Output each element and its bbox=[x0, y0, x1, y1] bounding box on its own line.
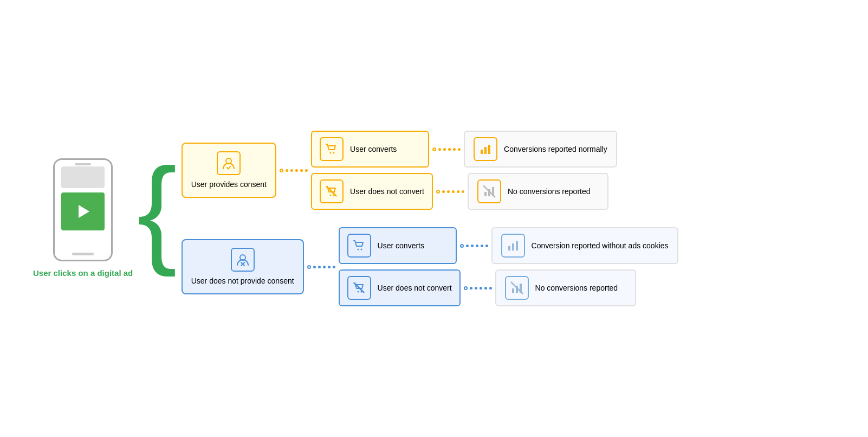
bottom-consent-box: User does not provide consent bbox=[182, 239, 304, 294]
dot bbox=[471, 245, 474, 247]
top-row-2: User does not convert bbox=[311, 173, 617, 210]
dot bbox=[485, 245, 488, 247]
brace-icon: { bbox=[137, 151, 177, 270]
svg-point-17 bbox=[360, 249, 362, 250]
top-consent-box: User provides consent bbox=[182, 143, 276, 198]
dot bbox=[476, 245, 478, 247]
chart-icon bbox=[474, 137, 497, 161]
bottom-result-label-2: No conversions reported bbox=[535, 283, 618, 293]
dot bbox=[452, 190, 455, 193]
top-dots-r2 bbox=[433, 190, 468, 194]
top-result-label-2: No conversions reported bbox=[508, 187, 591, 196]
svg-rect-3 bbox=[481, 150, 483, 154]
flow-container: User provides consent bbox=[182, 131, 835, 306]
dot bbox=[480, 287, 482, 290]
top-action-2: User does not convert bbox=[311, 173, 433, 210]
dot bbox=[475, 287, 477, 290]
cart-x-icon bbox=[320, 179, 344, 203]
dot bbox=[280, 169, 283, 172]
chart-grey-icon bbox=[501, 234, 525, 258]
dot bbox=[460, 244, 464, 248]
top-dots-1 bbox=[276, 169, 311, 172]
dot bbox=[442, 190, 445, 193]
bottom-action-1: User converts bbox=[339, 227, 457, 264]
svg-rect-24 bbox=[512, 288, 514, 293]
dot bbox=[333, 266, 335, 268]
phone-label: User clicks on a digital ad bbox=[33, 268, 133, 279]
dot bbox=[443, 148, 446, 151]
diagram: User clicks on a digital ad { User provi… bbox=[33, 131, 835, 306]
svg-rect-9 bbox=[484, 192, 487, 196]
dot bbox=[436, 190, 440, 194]
svg-rect-20 bbox=[516, 241, 518, 250]
top-result-label-1: Conversions reported normally bbox=[504, 144, 607, 154]
dot bbox=[328, 266, 331, 268]
cart-icon bbox=[320, 137, 344, 161]
dot bbox=[295, 169, 298, 172]
bottom-dots-1 bbox=[304, 265, 339, 269]
dot bbox=[453, 148, 456, 151]
top-result-1: Conversions reported normally bbox=[464, 131, 617, 168]
dot bbox=[307, 265, 311, 269]
top-dots-r1 bbox=[429, 147, 464, 151]
svg-point-2 bbox=[333, 152, 335, 154]
dot bbox=[458, 148, 461, 151]
svg-rect-5 bbox=[488, 145, 490, 154]
dot bbox=[313, 266, 316, 268]
dot bbox=[462, 190, 464, 193]
svg-point-1 bbox=[330, 152, 332, 154]
svg-point-6 bbox=[330, 195, 332, 196]
top-result-2: No conversions reported bbox=[468, 173, 608, 210]
bottom-consent-label: User does not provide consent bbox=[191, 276, 294, 286]
top-action-label-2: User does not convert bbox=[350, 187, 424, 196]
top-row-1: User converts bbox=[311, 131, 617, 168]
phone-graphic bbox=[53, 158, 113, 261]
bottom-dots-r2 bbox=[461, 286, 495, 290]
play-icon bbox=[79, 205, 89, 218]
phone-video bbox=[61, 192, 105, 230]
dot bbox=[318, 266, 321, 268]
svg-rect-18 bbox=[508, 246, 510, 250]
dot bbox=[305, 169, 308, 172]
dot bbox=[300, 169, 303, 172]
svg-point-16 bbox=[357, 249, 359, 250]
bottom-action-2: User does not convert bbox=[339, 269, 461, 306]
dot bbox=[286, 169, 288, 172]
bottom-result-2: No conversions reported bbox=[495, 269, 636, 306]
dot bbox=[489, 287, 492, 290]
bottom-result-1: Conversion reported without ads cookies bbox=[491, 227, 678, 264]
phone-bottom bbox=[72, 253, 94, 255]
bottom-action-label-1: User converts bbox=[378, 241, 448, 250]
dot bbox=[470, 287, 472, 290]
dot bbox=[438, 148, 441, 151]
dot bbox=[464, 286, 468, 290]
bottom-sub-rows: User converts bbox=[339, 227, 678, 306]
cart-x-blue-icon bbox=[347, 276, 371, 300]
bottom-result-label-1: Conversion reported without ads cookies bbox=[532, 241, 669, 250]
chart-x-icon bbox=[477, 179, 501, 203]
dot bbox=[457, 190, 459, 193]
top-sub-rows: User converts bbox=[311, 131, 617, 210]
cart-blue-icon bbox=[347, 234, 371, 258]
svg-rect-19 bbox=[512, 243, 514, 250]
top-action-label-1: User converts bbox=[350, 144, 420, 154]
svg-rect-4 bbox=[484, 147, 487, 154]
top-group: User provides consent bbox=[182, 131, 835, 210]
dot bbox=[484, 287, 487, 290]
dot bbox=[447, 190, 450, 193]
bottom-row-1: User converts bbox=[339, 227, 678, 264]
person-x-icon bbox=[231, 248, 255, 272]
phone-banner bbox=[61, 166, 105, 188]
bottom-row-2: User does not convert bbox=[339, 269, 678, 306]
top-consent-label: User provides consent bbox=[191, 179, 267, 189]
dot bbox=[481, 245, 483, 247]
dot bbox=[323, 266, 326, 268]
top-action-1: User converts bbox=[311, 131, 429, 168]
bottom-group: User does not provide consent bbox=[182, 227, 835, 306]
person-check-icon bbox=[217, 151, 241, 175]
phone-section: User clicks on a digital ad bbox=[33, 158, 133, 279]
dot bbox=[448, 148, 451, 151]
svg-point-21 bbox=[357, 291, 359, 293]
bottom-dots-r1 bbox=[457, 244, 491, 248]
chart-x-grey-icon bbox=[505, 276, 529, 300]
